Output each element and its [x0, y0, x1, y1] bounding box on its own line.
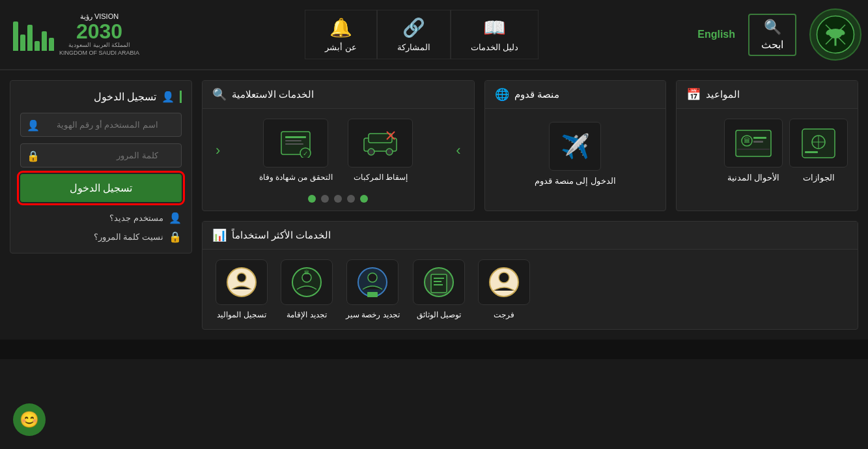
apt-item-civil[interactable]: 🏛 الأحوال المدنية: [724, 119, 783, 182]
svg-rect-36: [434, 284, 443, 285]
appointments-panel: المواعيد 📅: [676, 80, 858, 211]
farajj-img: [478, 259, 530, 305]
used-item-docs[interactable]: توصيل الوثائق: [413, 259, 465, 319]
svg-rect-33: [431, 274, 447, 293]
info-item-vehicle[interactable]: إسقاط المركبات: [341, 119, 419, 182]
logo: [809, 8, 861, 61]
nav-label-share: المشاركة: [397, 42, 430, 52]
used-item-births[interactable]: تسجيل المواليد: [216, 259, 268, 319]
search-label: ابحث: [761, 38, 783, 51]
svg-text:✓: ✓: [303, 150, 308, 157]
apt-item-passports[interactable]: الجوازات: [789, 119, 848, 182]
main-content: المواعيد 📅: [0, 70, 868, 340]
new-user-link[interactable]: 👤 مستخدم جديد؟: [20, 212, 182, 224]
bar-5: [20, 35, 25, 51]
password-wrapper: 🔒: [20, 143, 182, 167]
login-title-text: تسجيل الدخول: [94, 91, 156, 103]
qudoom-label: الدخول إلى منصة قدوم: [535, 176, 616, 186]
nav-item-about[interactable]: 🔔 عن أبشر: [305, 10, 377, 59]
lock-icon: 🔒: [27, 149, 40, 162]
passports-img: [789, 119, 848, 167]
svg-rect-15: [753, 141, 763, 143]
death-cert-label: التحقق من شهادة وفاة: [259, 173, 333, 182]
header: 🔍 ابحث English 📖 دليل الخدمات 🔗 المشاركة…: [0, 0, 868, 70]
top-panels: المواعيد 📅: [202, 80, 858, 211]
vision-text: VISION رؤية 2030 المملكة العربية السعودي…: [59, 12, 139, 57]
search-icon: 🔍: [764, 19, 781, 36]
qudoom-title: منصة قدوم: [514, 89, 559, 100]
svg-rect-25: [285, 136, 306, 138]
info-content: ›: [203, 109, 474, 192]
used-item-farajj[interactable]: فرجت: [478, 259, 530, 319]
login-title: 👤 تسجيل الدخول: [20, 91, 182, 103]
svg-point-20: [368, 149, 374, 155]
docs-img: [413, 259, 465, 305]
bar-2: [42, 31, 47, 51]
password-input[interactable]: [20, 143, 182, 167]
svg-rect-26: [285, 140, 301, 141]
nav-item-guide[interactable]: 📖 دليل الخدمات: [451, 10, 539, 59]
airplane-icon: ✈️: [549, 122, 601, 171]
bar-6: [13, 22, 18, 51]
vehicle-icon: [348, 119, 413, 167]
svg-rect-16: [737, 149, 770, 150]
header-left: 🔍 ابحث English: [697, 8, 861, 61]
farajj-label: فرجت: [494, 310, 514, 319]
nav-item-share[interactable]: 🔗 المشاركة: [377, 10, 451, 59]
services-area: المواعيد 📅: [202, 80, 858, 330]
carousel-next-btn[interactable]: ›: [453, 139, 464, 162]
forgot-label: نسيت كلمة المرور؟: [94, 232, 163, 242]
bar-1: [49, 38, 54, 51]
qudoom-header: منصة قدوم 🌐: [485, 81, 666, 109]
svg-rect-14: [753, 137, 766, 139]
qudoom-content: ✈️ الدخول إلى منصة قدوم: [485, 109, 666, 199]
vision-year: 2030: [59, 21, 139, 42]
used-item-residence[interactable]: 🏛 تجديد الإقامة: [281, 259, 333, 319]
svg-rect-39: [367, 292, 378, 297]
svg-rect-11: [805, 151, 818, 153]
login-panel: 👤 تسجيل الدخول 👤 🔒 تسجيل الدخول 👤 مستخدم…: [10, 80, 192, 253]
qudoom-item[interactable]: ✈️ الدخول إلى منصة قدوم: [535, 122, 616, 186]
language-toggle[interactable]: English: [697, 29, 735, 40]
svg-point-31: [499, 272, 509, 283]
carousel-prev-btn[interactable]: ‹: [212, 139, 223, 162]
civil-img: 🏛: [724, 119, 783, 167]
vision-bars: [13, 18, 54, 51]
new-user-label: مستخدم جديد؟: [109, 213, 163, 223]
username-wrapper: 👤: [20, 113, 182, 137]
share-icon: 🔗: [402, 17, 425, 38]
dot-4[interactable]: [321, 195, 329, 203]
info-items: إسقاط المركبات ✓: [230, 119, 446, 182]
book-icon: 📖: [483, 17, 506, 38]
death-cert-icon: ✓: [263, 119, 328, 167]
info-item-death-cert[interactable]: ✓ التحقق من شهادة وفاة: [257, 119, 335, 182]
residence-label: تجديد الإقامة: [287, 310, 326, 319]
svg-rect-27: [285, 143, 303, 145]
civil-label: الأحوال المدنية: [727, 173, 780, 182]
license-img: [346, 259, 399, 305]
search-button[interactable]: 🔍 ابحث: [748, 14, 796, 56]
qudoom-panel: منصة قدوم 🌐 ✈️ الدخول إلى منصة قدوم: [484, 80, 667, 211]
username-input[interactable]: [20, 113, 182, 137]
dot-3[interactable]: [334, 195, 342, 203]
forgot-password-link[interactable]: 🔒 نسيت كلمة المرور؟: [20, 231, 182, 243]
docs-label: توصيل الوثائق: [417, 310, 461, 319]
svg-point-38: [368, 273, 377, 282]
svg-point-44: [237, 273, 246, 282]
appointments-title: المواعيد: [706, 89, 740, 100]
nav-label-about: عن أبشر: [325, 42, 357, 52]
new-user-icon: 👤: [169, 212, 182, 224]
dot-2[interactable]: [347, 195, 355, 203]
nav-label-guide: دليل الخدمات: [471, 42, 519, 52]
used-item-license[interactable]: تجديد رخصة سير: [346, 259, 400, 319]
dot-5[interactable]: [308, 195, 316, 203]
login-button[interactable]: تسجيل الدخول: [20, 174, 182, 202]
bar-3: [35, 41, 40, 51]
births-img: [216, 259, 268, 305]
births-label: تسجيل المواليد: [217, 310, 266, 319]
dot-1[interactable]: [360, 195, 368, 203]
info-title: الخدمات الاستعلامية: [232, 89, 314, 100]
chat-button[interactable]: 😊: [13, 403, 46, 436]
most-used-header: الخدمات الأكثر استخداماً 📊: [203, 222, 858, 250]
svg-text:🏛: 🏛: [744, 137, 750, 144]
